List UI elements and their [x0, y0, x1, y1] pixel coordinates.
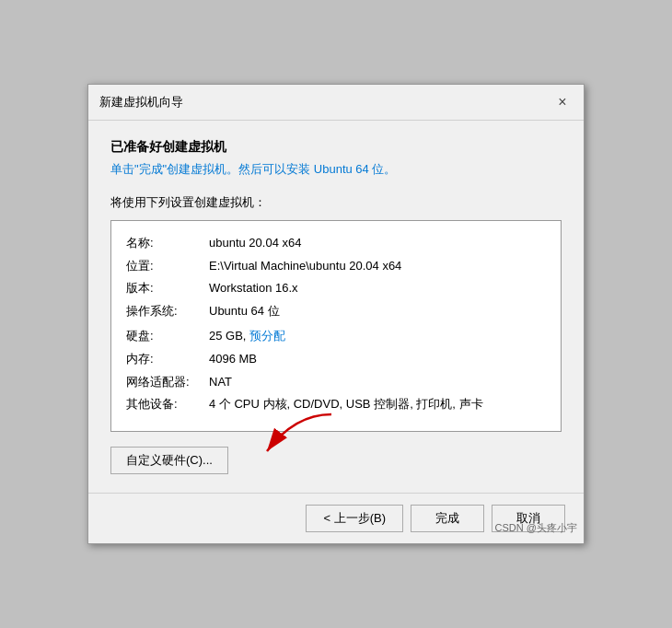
label-name: 名称:	[126, 234, 209, 253]
label-memory: 内存:	[126, 350, 209, 369]
value-version: Workstation 16.x	[209, 279, 546, 298]
value-name: ubuntu 20.04 x64	[209, 234, 546, 253]
label-devices: 其他设备:	[126, 395, 209, 414]
setting-row-network: 网络适配器: NAT	[126, 373, 546, 392]
label-os: 操作系统:	[126, 302, 209, 321]
value-network: NAT	[209, 373, 546, 392]
subtitle-text: 单击"完成"创建虚拟机。然后可以安装 Ubuntu 64 位。	[110, 162, 396, 176]
setting-row-location: 位置: E:\Virtual Machine\ubuntu 20.04 x64	[126, 257, 546, 276]
label-location: 位置:	[126, 257, 209, 276]
header-section: 已准备好创建虚拟机 单击"完成"创建虚拟机。然后可以安装 Ubuntu 64 位…	[110, 139, 562, 178]
watermark: CSDN @头疼小宇	[495, 521, 577, 535]
label-network: 网络适配器:	[126, 373, 209, 392]
value-disk: 25 GB, 预分配	[209, 327, 546, 346]
value-devices: 4 个 CPU 内核, CD/DVD, USB 控制器, 打印机, 声卡	[209, 395, 546, 414]
customize-area: 自定义硬件(C)...	[110, 447, 562, 474]
label-version: 版本:	[126, 279, 209, 298]
customize-hardware-button[interactable]: 自定义硬件(C)...	[110, 447, 228, 474]
close-button[interactable]: ×	[552, 92, 573, 112]
finish-button[interactable]: 完成	[411, 505, 484, 532]
setting-row-devices: 其他设备: 4 个 CPU 内核, CD/DVD, USB 控制器, 打印机, …	[126, 395, 546, 414]
value-location: E:\Virtual Machine\ubuntu 20.04 x64	[209, 257, 546, 276]
setting-row-disk: 硬盘: 25 GB, 预分配	[126, 327, 546, 346]
label-disk: 硬盘:	[126, 327, 209, 346]
header-subtitle: 单击"完成"创建虚拟机。然后可以安装 Ubuntu 64 位。	[110, 161, 562, 178]
title-bar: 新建虚拟机向导 ×	[88, 85, 584, 121]
dialog-content: 已准备好创建虚拟机 单击"完成"创建虚拟机。然后可以安装 Ubuntu 64 位…	[88, 121, 584, 493]
settings-box: 名称: ubuntu 20.04 x64 位置: E:\Virtual Mach…	[110, 220, 562, 432]
disk-highlight: 预分配	[249, 329, 285, 343]
back-button[interactable]: < 上一步(B)	[306, 505, 403, 532]
setting-row-version: 版本: Workstation 16.x	[126, 279, 546, 298]
main-dialog: 新建虚拟机向导 × 已准备好创建虚拟机 单击"完成"创建虚拟机。然后可以安装 U…	[87, 84, 585, 544]
setting-row-memory: 内存: 4096 MB	[126, 350, 546, 369]
header-title: 已准备好创建虚拟机	[110, 139, 562, 156]
section-label: 将使用下列设置创建虚拟机：	[110, 194, 562, 211]
setting-row-os: 操作系统: Ubuntu 64 位	[126, 302, 546, 321]
value-memory: 4096 MB	[209, 350, 546, 369]
dialog-title: 新建虚拟机向导	[99, 94, 183, 110]
dialog-footer: < 上一步(B) 完成 取消	[88, 493, 584, 543]
value-os: Ubuntu 64 位	[209, 302, 546, 321]
setting-row-name: 名称: ubuntu 20.04 x64	[126, 234, 546, 253]
